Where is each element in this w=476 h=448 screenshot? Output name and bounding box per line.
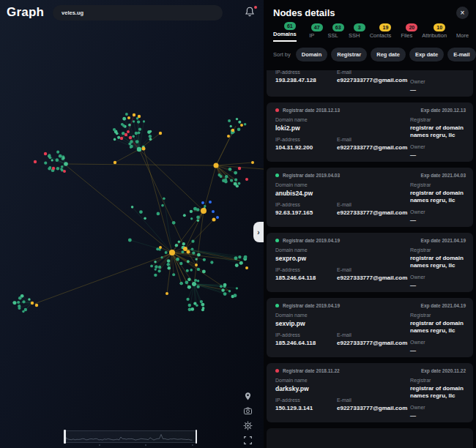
graph-node[interactable] [225,175,228,178]
sort-reg-date-button[interactable]: Reg date [371,48,406,61]
graph-node[interactable] [167,263,170,266]
graph-node[interactable] [132,135,135,138]
graph-node[interactable] [59,154,62,158]
graph-node[interactable] [224,180,228,184]
graph-node[interactable] [237,128,240,131]
graph-node[interactable] [181,250,184,253]
graph-node[interactable] [195,264,198,266]
graph-node[interactable] [135,140,139,143]
graph-node[interactable] [127,116,130,119]
graph-node[interactable] [44,162,47,165]
graph-node[interactable] [212,210,215,213]
graph-node[interactable] [234,179,237,182]
graph-node[interactable] [135,132,138,135]
graph-node[interactable] [197,280,199,282]
graph-node[interactable] [187,260,190,263]
graph-node[interactable] [234,256,238,260]
graph-node[interactable] [143,120,145,122]
graph-node[interactable] [154,261,156,263]
graph-node[interactable] [236,118,238,120]
settings-button[interactable] [242,420,253,431]
graph-node[interactable] [167,266,171,270]
graph-node[interactable] [251,161,254,164]
graph-node[interactable] [169,250,175,255]
sort-email-button[interactable]: E-mail [447,48,476,61]
graph-node[interactable] [183,247,187,251]
graph-node[interactable] [113,128,116,131]
graph-node[interactable] [191,240,194,243]
graph-node[interactable] [186,298,189,301]
graph-node[interactable] [158,266,161,269]
timeline-handle-end[interactable] [196,430,198,444]
graph-node[interactable] [244,256,247,259]
graph-node[interactable] [22,310,24,313]
graph-node[interactable] [130,146,133,149]
graph-node[interactable] [182,242,185,245]
graph-node[interactable] [236,287,238,289]
graph-node[interactable] [235,264,239,267]
graph-node[interactable] [117,136,120,139]
graph-node[interactable] [179,262,182,265]
graph-node[interactable] [138,115,141,118]
graph-node[interactable] [230,125,232,127]
graph-node[interactable] [128,124,131,127]
graph-node[interactable] [188,304,191,307]
graph-node[interactable] [22,300,25,303]
tab-ip[interactable]: 47 IP [306,23,318,42]
graph-node[interactable] [128,238,132,242]
graph-node[interactable] [231,129,234,132]
graph-node[interactable] [196,215,200,219]
graph-node[interactable] [234,294,237,297]
graph-node[interactable] [128,142,131,145]
graph-node[interactable] [150,265,153,268]
graph-node[interactable] [227,135,230,138]
graph-node[interactable] [166,292,168,295]
graph-node[interactable] [149,130,152,132]
graph-node[interactable] [201,308,204,311]
sort-exp-date-button[interactable]: Exp date [409,48,444,61]
graph-node[interactable] [120,137,123,140]
graph-node[interactable] [60,168,63,171]
graph-node[interactable] [209,201,212,204]
graph-node[interactable] [190,210,193,213]
graph-node[interactable] [183,214,186,217]
graph-node[interactable] [154,274,157,277]
tab-contacts[interactable]: 19 Contacts [370,23,392,42]
sort-registrar-button[interactable]: Registrar [331,48,367,61]
graph-node[interactable] [234,171,237,175]
graph-node[interactable] [240,124,243,127]
domain-card[interactable]: Registrar date 2019.04.19 Exp date 2021.… [267,233,473,292]
graph-node[interactable] [214,163,219,168]
graph-node[interactable] [48,166,51,169]
graph-node[interactable] [139,210,143,214]
graph-node[interactable] [230,179,233,182]
graph-node[interactable] [201,208,207,214]
graph-node[interactable] [228,168,232,171]
graph-node[interactable] [64,162,68,166]
graph-node[interactable] [172,221,176,225]
graph-node[interactable] [245,266,248,269]
graph-node[interactable] [157,212,160,216]
tab-files[interactable]: 20 Files [401,23,412,42]
graph-node[interactable] [186,269,189,272]
graph-node[interactable] [156,247,159,250]
graph-node[interactable] [217,173,220,176]
graph-node[interactable] [142,147,146,151]
graph-node[interactable] [144,217,146,220]
graph-node[interactable] [190,217,193,220]
graph-node[interactable] [56,151,59,154]
graph-node[interactable] [185,280,188,284]
graph-node[interactable] [216,216,219,219]
graph-node[interactable] [194,279,197,282]
graph-node[interactable] [201,201,204,204]
graph-node[interactable] [244,123,247,126]
graph-node[interactable] [167,259,171,263]
graph-node[interactable] [187,285,190,288]
graph-node[interactable] [133,113,135,116]
graph-node[interactable] [114,138,116,141]
graph-node[interactable] [187,278,191,282]
graph-node[interactable] [137,147,141,152]
tab-ssl[interactable]: 63 SSL [327,23,339,42]
graph-node[interactable] [172,273,175,276]
graph-node[interactable] [61,165,63,168]
